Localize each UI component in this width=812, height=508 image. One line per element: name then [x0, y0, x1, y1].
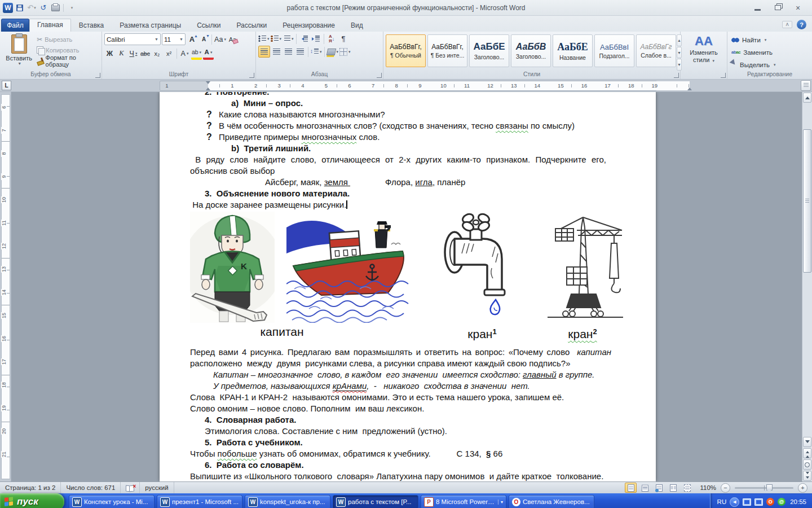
- paste-button[interactable]: Вставить ▼: [2, 33, 36, 71]
- hide-icons-button[interactable]: ◄: [730, 497, 739, 507]
- start-button[interactable]: пуск: [0, 493, 64, 508]
- scroll-up-button[interactable]: [803, 93, 811, 103]
- find-button[interactable]: Найти▾: [730, 34, 778, 45]
- tab-Вставка[interactable]: Вставка: [71, 20, 112, 32]
- subscript-button[interactable]: x₂: [152, 48, 162, 59]
- align-right-button[interactable]: [283, 46, 294, 57]
- format-painter-button[interactable]: Формат по образцу: [36, 56, 99, 65]
- undo-button[interactable]: ↶▾: [27, 3, 37, 13]
- style-item-1[interactable]: АаБбВвГг,¶ Обычный: [386, 34, 426, 67]
- font-family-select[interactable]: Calibri▼: [104, 33, 161, 45]
- outline-view-button[interactable]: [667, 483, 679, 493]
- page-indicator[interactable]: Страница: 1 из 2: [0, 482, 61, 493]
- h-ruler[interactable]: 112345678910111213141516171819: [160, 81, 657, 91]
- select-browse-object-button[interactable]: [803, 459, 811, 470]
- borders-button[interactable]: ▾: [339, 46, 351, 57]
- superscript-button[interactable]: x²: [164, 48, 174, 59]
- bold-button[interactable]: Ж: [104, 48, 115, 59]
- qat-customize-button[interactable]: ▾: [67, 3, 77, 13]
- reading-view-button[interactable]: [639, 483, 651, 493]
- web-layout-view-button[interactable]: [653, 483, 665, 493]
- sort-button[interactable]: АЯ↓: [326, 33, 337, 44]
- word-logo-icon[interactable]: W: [3, 3, 13, 13]
- tab-Вид[interactable]: Вид: [343, 20, 371, 32]
- next-page-button[interactable]: [803, 471, 811, 481]
- network-icon-2[interactable]: [754, 498, 763, 506]
- collapse-ribbon-icon[interactable]: ˄: [782, 21, 792, 28]
- taskbar-item-powerpoint[interactable]: P8 Microsoft PowerP...▾: [421, 495, 506, 508]
- proofing-status[interactable]: ×: [121, 482, 140, 493]
- document-page[interactable]: 2. Повторение.a) Мини – опрос.?Какие сло…: [160, 92, 656, 481]
- font-color-button[interactable]: А▾: [203, 47, 214, 60]
- bullets-button[interactable]: ▾: [258, 33, 270, 44]
- language-bar[interactable]: RU: [717, 498, 727, 505]
- tab-file[interactable]: Файл: [1, 19, 29, 32]
- dialog-launcher-icon[interactable]: [377, 73, 382, 78]
- align-left-button[interactable]: [258, 46, 270, 58]
- taskbar-item-word[interactable]: Wпрезент1 - Microsoft ...: [157, 495, 242, 508]
- style-item-3[interactable]: АаБбЕЗаголово...: [469, 34, 509, 67]
- minimize-button[interactable]: [750, 3, 765, 12]
- show-marks-button[interactable]: ¶: [338, 33, 349, 44]
- justify-button[interactable]: [295, 46, 306, 57]
- taskbar-item-opera[interactable]: OСветлана Жевнеров...: [509, 495, 594, 508]
- font-size-select[interactable]: 11▼: [162, 33, 186, 45]
- ship-captain-drawing[interactable]: [286, 212, 410, 323]
- tab-Рецензирование[interactable]: Рецензирование: [275, 20, 343, 32]
- redo-button[interactable]: ↺: [38, 3, 48, 13]
- zoom-in-button[interactable]: +: [798, 483, 807, 493]
- network-icon[interactable]: [743, 498, 751, 506]
- shading-button[interactable]: ▾: [327, 46, 339, 57]
- zoom-out-button[interactable]: −: [721, 483, 730, 493]
- scrollbar-track[interactable]: [802, 103, 812, 436]
- water-tap-drawing[interactable]: [440, 212, 517, 323]
- zoom-level[interactable]: 110%: [700, 484, 716, 491]
- taskbar-item-word[interactable]: Wkonspekt_uroka-к пр...: [245, 495, 330, 508]
- language-indicator[interactable]: русский: [140, 482, 174, 493]
- shrink-font-button[interactable]: А▼: [198, 34, 209, 45]
- change-styles-button[interactable]: АА Изменить стили ▾: [683, 33, 725, 71]
- scroll-down-button[interactable]: [803, 437, 811, 447]
- ruler-toggle-button[interactable]: [801, 80, 811, 91]
- tower-crane-drawing[interactable]: [544, 212, 626, 323]
- line-spacing-button[interactable]: ▾: [311, 46, 322, 57]
- scrollbar-thumb[interactable]: [803, 129, 811, 273]
- hockey-captain-drawing[interactable]: K: [190, 212, 275, 323]
- tab-selector[interactable]: L: [2, 81, 11, 90]
- print-layout-view-button[interactable]: [625, 483, 637, 493]
- style-item-5[interactable]: АаБбЕНазвание: [553, 34, 593, 67]
- dialog-launcher-icon[interactable]: [674, 73, 679, 78]
- tab-Ссылки[interactable]: Ссылки: [189, 20, 228, 32]
- previous-page-button[interactable]: [803, 448, 811, 458]
- numbering-button[interactable]: ▾: [271, 33, 282, 44]
- vertical-scrollbar[interactable]: [802, 92, 812, 481]
- restore-button[interactable]: [770, 3, 785, 12]
- italic-button[interactable]: К: [116, 48, 127, 59]
- taskbar-item-word[interactable]: Wработа с текстом [Р...: [333, 495, 418, 508]
- right-indent-marker[interactable]: [687, 85, 692, 90]
- clear-formatting-button[interactable]: Аа: [227, 34, 238, 45]
- cut-button[interactable]: ✂Вырезать: [36, 34, 99, 44]
- style-item-4[interactable]: АаБбВЗаголово...: [511, 34, 551, 67]
- dialog-launcher-icon[interactable]: [721, 73, 726, 78]
- left-indent-marker[interactable]: [206, 85, 210, 90]
- clock[interactable]: 20:55: [790, 498, 806, 505]
- grow-font-button[interactable]: А▲: [187, 34, 197, 45]
- draft-view-button[interactable]: [681, 483, 693, 493]
- tab-Разметка страницы[interactable]: Разметка страницы: [112, 20, 189, 32]
- print-preview-button[interactable]: [50, 3, 60, 13]
- underline-button[interactable]: Ч▾: [128, 48, 139, 59]
- dialog-launcher-icon[interactable]: [95, 73, 100, 78]
- save-button[interactable]: [15, 3, 25, 13]
- style-item-7[interactable]: АаБбВвГгСлабое в...: [636, 34, 676, 67]
- style-item-2[interactable]: АаБбВвГг,¶ Без инте...: [427, 34, 467, 67]
- zoom-slider[interactable]: [735, 487, 793, 489]
- strikethrough-button[interactable]: abc: [140, 48, 151, 59]
- text-effects-button[interactable]: А▾: [179, 48, 190, 59]
- word-count[interactable]: Число слов: 671: [61, 482, 121, 493]
- multilevel-list-button[interactable]: ▾: [283, 33, 294, 44]
- help-icon[interactable]: ?: [797, 20, 806, 29]
- change-case-button[interactable]: Аа▾: [214, 34, 226, 45]
- mail-agent-icon[interactable]: @: [778, 498, 785, 506]
- dialog-launcher-icon[interactable]: [249, 73, 254, 78]
